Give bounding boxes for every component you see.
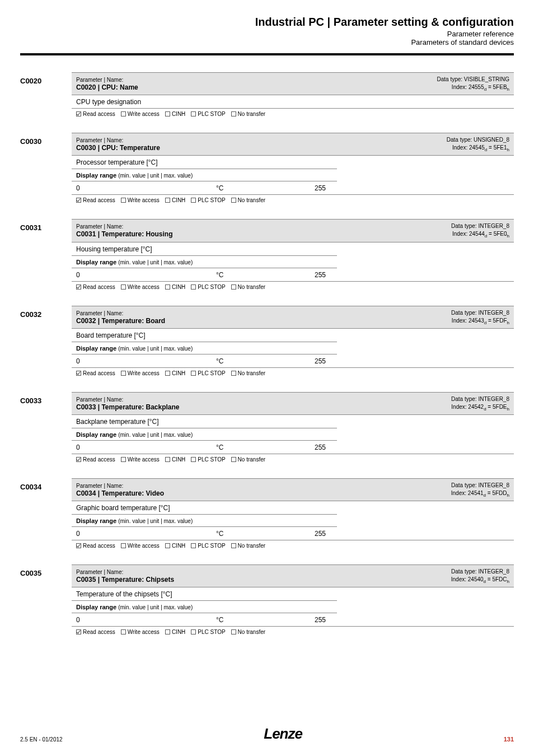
range-unit: °C xyxy=(182,268,257,281)
access-flags: Read accessWrite accessCINHPLC STOPNo tr… xyxy=(72,454,514,465)
blank-cell xyxy=(337,428,514,440)
range-max: 255 xyxy=(257,527,337,540)
access-flags: Read accessWrite accessCINHPLC STOPNo tr… xyxy=(72,540,514,552)
flag-plc-stop: PLC STOP xyxy=(191,629,225,635)
flag-plc-stop: PLC STOP xyxy=(191,284,225,290)
range-unit: °C xyxy=(182,527,257,540)
flag-read-access: Read access xyxy=(76,370,115,376)
checkbox-icon xyxy=(231,284,236,290)
range-min: 0 xyxy=(72,527,182,540)
flag-plc-stop: PLC STOP xyxy=(191,456,225,463)
param-name-label: Parameter | Name: xyxy=(76,569,332,575)
access-flags: Read accessWrite accessCINHPLC STOPNo tr… xyxy=(72,195,514,206)
display-range-header: Display range (min. value | unit | max. … xyxy=(72,255,337,268)
param-code: C0033 xyxy=(20,392,72,465)
flag-no-transfer: No transfer xyxy=(231,543,265,549)
param-table: Parameter | Name:C0020 | CPU: NameData t… xyxy=(72,72,514,119)
flag-write-access: Write access xyxy=(121,197,160,203)
param-table-wrapper: Parameter | Name:C0035 | Temperature: Ch… xyxy=(72,564,514,637)
param-table: Parameter | Name:C0031 | Temperature: Ho… xyxy=(72,219,514,292)
blank-cell xyxy=(337,354,514,367)
param-name-value: C0031 | Temperature: Housing xyxy=(76,230,173,238)
param-meta-cell: Data type: INTEGER_8Index: 24542d = 5FDE… xyxy=(337,392,514,414)
param-meta-cell: Data type: INTEGER_8Index: 24541d = 5FDD… xyxy=(337,478,514,501)
checkbox-icon xyxy=(231,629,236,634)
checkbox-icon xyxy=(191,371,196,376)
blank-cell xyxy=(337,181,514,195)
page-footer: 2.5 EN - 01/2012 Lenze 131 xyxy=(20,725,514,743)
param-meta-cell: Data type: UNSIGNED_8Index: 24545d = 5FE… xyxy=(337,133,514,156)
flag-write-access: Write access xyxy=(121,629,160,635)
flag-no-transfer: No transfer xyxy=(231,370,265,376)
param-name-label: Parameter | Name: xyxy=(76,137,332,143)
range-max: 255 xyxy=(257,268,337,281)
param-block: C0020Parameter | Name:C0020 | CPU: NameD… xyxy=(20,72,514,119)
param-datatype: Data type: INTEGER_8 xyxy=(451,568,509,575)
range-min: 0 xyxy=(72,268,182,281)
flag-plc-stop: PLC STOP xyxy=(191,111,225,117)
param-index: Index: 24545d = 5FE1h xyxy=(452,144,509,151)
page-title: Industrial PC | Parameter setting & conf… xyxy=(20,16,514,29)
param-block: C0031Parameter | Name:C0031 | Temperatur… xyxy=(20,219,514,292)
param-description: Housing temperature [°C] xyxy=(72,242,514,255)
checkbox-icon xyxy=(121,284,126,290)
param-code: C0034 xyxy=(20,478,72,551)
param-table: Parameter | Name:C0032 | Temperature: Bo… xyxy=(72,306,514,379)
checkbox-icon xyxy=(121,457,126,462)
access-flags: Read accessWrite accessCINHPLC STOPNo tr… xyxy=(72,627,514,638)
param-block: C0034Parameter | Name:C0034 | Temperatur… xyxy=(20,478,514,551)
checkbox-icon xyxy=(121,198,126,203)
param-name-label: Parameter | Name: xyxy=(76,483,332,489)
checkbox-icon xyxy=(76,198,81,203)
blank-cell xyxy=(337,169,514,181)
param-meta-cell: Data type: INTEGER_8Index: 24543d = 5FDF… xyxy=(337,306,514,328)
checkbox-icon xyxy=(121,111,126,116)
range-unit: °C xyxy=(182,181,257,195)
flag-write-access: Write access xyxy=(121,284,160,290)
param-datatype: Data type: VISIBLE_STRING xyxy=(437,76,510,82)
param-description: Processor temperature [°C] xyxy=(72,156,514,169)
flag-no-transfer: No transfer xyxy=(231,629,265,635)
range-min: 0 xyxy=(72,440,182,454)
range-min: 0 xyxy=(72,181,182,195)
param-table-wrapper: Parameter | Name:C0030 | CPU: Temperatur… xyxy=(72,133,514,206)
checkbox-icon xyxy=(165,284,170,290)
flag-no-transfer: No transfer xyxy=(231,456,265,463)
range-unit: °C xyxy=(182,354,257,367)
flag-cinh: CINH xyxy=(165,456,185,463)
range-unit: °C xyxy=(182,613,257,627)
checkbox-icon xyxy=(76,284,81,290)
param-name-value: C0035 | Temperature: Chipsets xyxy=(76,576,174,584)
param-code: C0032 xyxy=(20,306,72,379)
param-datatype: Data type: INTEGER_8 xyxy=(451,310,509,316)
checkbox-icon xyxy=(76,111,81,116)
param-name-value: C0034 | Temperature: Video xyxy=(76,489,164,497)
checkbox-icon xyxy=(231,457,236,462)
param-code: C0035 xyxy=(20,564,72,637)
footer-logo: Lenze xyxy=(264,725,302,743)
checkbox-icon xyxy=(191,111,196,116)
checkbox-icon xyxy=(191,284,196,290)
flag-cinh: CINH xyxy=(165,197,185,203)
flag-read-access: Read access xyxy=(76,456,115,463)
param-table: Parameter | Name:C0035 | Temperature: Ch… xyxy=(72,564,514,637)
param-index: Index: 24544d = 5FE0h xyxy=(452,231,509,237)
flag-read-access: Read access xyxy=(76,629,115,635)
blank-cell xyxy=(337,255,514,268)
param-datatype: Data type: UNSIGNED_8 xyxy=(447,137,509,143)
param-block: C0032Parameter | Name:C0032 | Temperatur… xyxy=(20,306,514,379)
checkbox-icon xyxy=(76,629,81,634)
range-max: 255 xyxy=(257,354,337,367)
checkbox-icon xyxy=(231,543,236,548)
range-min: 0 xyxy=(72,613,182,627)
param-table-wrapper: Parameter | Name:C0031 | Temperature: Ho… xyxy=(72,219,514,292)
blank-cell xyxy=(337,342,514,354)
content-area: C0020Parameter | Name:C0020 | CPU: NameD… xyxy=(0,61,534,637)
param-description: Backplane temperature [°C] xyxy=(72,414,514,428)
param-name-cell: Parameter | Name:C0033 | Temperature: Ba… xyxy=(72,392,337,414)
checkbox-icon xyxy=(231,111,236,116)
param-block: C0035Parameter | Name:C0035 | Temperatur… xyxy=(20,564,514,637)
param-name-cell: Parameter | Name:C0034 | Temperature: Vi… xyxy=(72,478,337,501)
checkbox-icon xyxy=(165,457,170,462)
param-meta-cell: Data type: INTEGER_8Index: 24540d = 5FDC… xyxy=(337,565,514,587)
